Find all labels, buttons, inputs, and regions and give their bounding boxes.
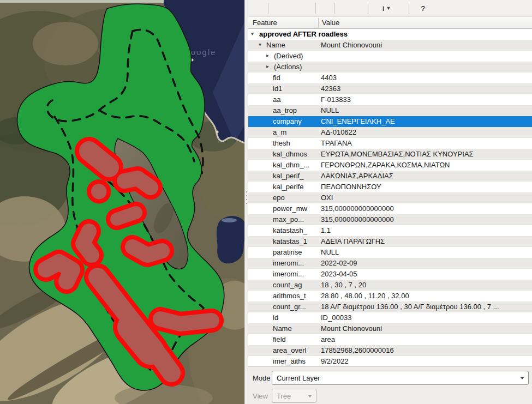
feature-label: id	[273, 313, 278, 322]
feature-value: 9/2/2022	[321, 357, 531, 365]
print-button[interactable]	[351, 2, 366, 15]
feature-label: count_ag	[273, 281, 302, 289]
view-select[interactable]: Tree	[272, 389, 316, 403]
tree-row[interactable]: imeromi... 2023-04-05	[248, 269, 532, 280]
copy-feature-button[interactable]	[337, 2, 351, 15]
toolbar-separator	[315, 3, 316, 14]
mode-value: Current Layer	[277, 374, 320, 382]
tree-row[interactable]: id ID_00033	[248, 312, 532, 323]
splitter-handle[interactable]	[246, 189, 248, 207]
tree-row[interactable]: ▸ (Derived)	[248, 51, 532, 62]
expand-new-results-button[interactable]	[299, 2, 313, 15]
chevron-down-icon	[520, 377, 524, 379]
feature-value: 1.1	[321, 226, 531, 234]
toolbar-separator	[334, 3, 335, 14]
feature-value: ΑΔ-010622	[321, 128, 531, 136]
expand-arrow[interactable]: ▸	[266, 63, 269, 69]
view-label: View	[253, 392, 272, 400]
feature-label: arithmos_t	[273, 292, 306, 300]
tree-row[interactable]: katastash_ 1.1	[248, 225, 532, 236]
feature-label: paratirise	[273, 248, 302, 256]
feature-value: 42363	[321, 85, 531, 93]
toolbar-separator	[268, 3, 268, 14]
tree-row[interactable]: field area	[248, 334, 532, 345]
tree-row[interactable]: count_gr... 18 Α/Γ διαμέτρου 136.00 , 30…	[248, 302, 532, 312]
feature-label: max_po...	[273, 215, 304, 224]
tree-row[interactable]: imeromi... 2022-02-09	[248, 258, 532, 269]
form-view-button[interactable]	[252, 2, 266, 15]
feature-label: kal_perif_	[273, 172, 303, 180]
feature-value: area	[321, 335, 531, 343]
feature-value: ΛΑΚΩΝΙΑΣ,ΑΡΚΑΔΙΑΣ	[321, 172, 531, 180]
tree-row[interactable]: katastas_1 ΑΔΕΙΑ ΠΑΡΑΓΩΓΗΣ	[248, 236, 532, 247]
feature-value: NULL	[321, 248, 531, 256]
tree-column-header: Feature Value	[248, 17, 532, 29]
tree-row[interactable]: kal_dhm_... ΓΕΡΟΝΘΡΩΝ,ΖΑΡΑΚΑ,ΚΟΣΜΑ,ΝΙΑΤΩ…	[248, 160, 532, 171]
help-button[interactable]: ?	[411, 2, 426, 15]
collapse-tree-button[interactable]	[285, 2, 299, 15]
tree-row[interactable]: kal_perif_ ΛΑΚΩΝΙΑΣ,ΑΡΚΑΔΙΑΣ	[248, 171, 532, 182]
column-divider[interactable]	[318, 18, 319, 28]
expand-tree-button[interactable]	[271, 2, 285, 15]
feature-value: ΕΥΡΩΤΑ,ΜΟΝΕΜΒΑΣΙΑΣ,ΝΟΤΙΑΣ ΚΥΝΟΥΡΙΑΣ	[321, 150, 531, 158]
tree-row[interactable]: count_ag 18 , 30 , 7 , 20	[248, 280, 532, 291]
feature-value: ΠΕΛΟΠΟΝΝΗΣΟΥ	[321, 183, 531, 191]
tree-row[interactable]: ▾ approved AFTER roadless	[248, 29, 532, 40]
qgis-identify-results-window: Google	[0, 0, 532, 404]
mode-select[interactable]: Current Layer	[272, 371, 529, 385]
view-value: Tree	[277, 392, 291, 400]
tree-row[interactable]: epo ΟΧΙ	[248, 192, 532, 203]
feature-label: (Actions)	[274, 63, 302, 71]
expand-arrow[interactable]: ▸	[266, 52, 269, 58]
feature-value: Γ-013833	[321, 95, 531, 104]
tree-row[interactable]: area_overl 17852968,2600000016	[248, 345, 532, 356]
tree-row[interactable]: kal_dhmos ΕΥΡΩΤΑ,ΜΟΝΕΜΒΑΣΙΑΣ,ΝΟΤΙΑΣ ΚΥΝΟ…	[248, 149, 532, 160]
feature-label: aa	[273, 95, 280, 104]
feature-label: kal_dhm_...	[273, 161, 309, 169]
settings-wrench-button[interactable]	[392, 2, 407, 15]
clear-results-button[interactable]	[318, 2, 332, 15]
identify-mode-button[interactable]: i	[370, 2, 385, 15]
tree-row[interactable]: paratirise NULL	[248, 247, 532, 258]
tree-row[interactable]: imer_aiths 9/2/2022	[248, 356, 532, 366]
tree-row[interactable]: ▾ Name Mount Chionovouni	[248, 40, 532, 51]
toolbar-separator	[409, 3, 409, 14]
tree-row[interactable]: company CNI_ΕΝΕΡΓΕΙΑΚΗ_ΑΕ	[248, 116, 532, 127]
feature-value: NULL	[321, 106, 531, 114]
tree-row[interactable]: Name Mount Chionovouni	[248, 323, 532, 334]
feature-value: Mount Chionovouni	[321, 41, 531, 49]
tree-row[interactable]: max_po... 315,000000000000000	[248, 214, 532, 225]
tree-row[interactable]: ▸ (Actions)	[248, 62, 532, 73]
tree-row[interactable]: fid 4403	[248, 73, 532, 83]
feature-label: katastas_1	[273, 237, 307, 245]
tree-row[interactable]: thesh ΤΡΑΓΑΝΑ	[248, 138, 532, 149]
chevron-down-icon	[308, 395, 312, 397]
feature-column-header: Feature	[253, 19, 277, 27]
feature-label: Name	[273, 324, 292, 333]
tree-row[interactable]: a_m ΑΔ-010622	[248, 127, 532, 138]
feature-value: Mount Chionovouni	[321, 324, 531, 333]
feature-label: power_mw	[273, 204, 307, 213]
feature-label: imer_aiths	[273, 357, 306, 365]
feature-value: 2022-02-09	[321, 259, 531, 267]
feature-value: ID_00033	[321, 313, 531, 322]
tree-row[interactable]: aa_trop NULL	[248, 105, 532, 116]
map-canvas[interactable]: Google	[0, 0, 244, 404]
mode-label: Mode	[253, 374, 272, 382]
tree-row[interactable]: power_mw 315,000000000000000	[248, 203, 532, 214]
chevron-down-icon: ▼	[386, 6, 391, 11]
expand-arrow[interactable]: ▾	[259, 41, 261, 47]
tree-row[interactable]: aa Γ-013833	[248, 94, 532, 105]
feature-value: 28.80 , 48.00 , 11.20 , 32.00	[321, 292, 531, 300]
identify-mode-dropdown[interactable]: ▼	[385, 2, 392, 15]
value-column-header: Value	[322, 19, 339, 27]
feature-value: 315,000000000000000	[321, 204, 531, 213]
expand-arrow[interactable]: ▾	[251, 31, 254, 37]
feature-value: ΟΧΙ	[321, 194, 531, 202]
tree-row[interactable]: id1 42363	[248, 83, 532, 94]
tree-row[interactable]: kal_perife ΠΕΛΟΠΟΝΝΗΣΟΥ	[248, 182, 532, 192]
feature-label: imeromi...	[273, 270, 304, 278]
identify-toolbar: i ▼ ?	[248, 0, 532, 17]
feature-value: 18 , 30 , 7 , 20	[321, 281, 531, 289]
tree-row[interactable]: arithmos_t 28.80 , 48.00 , 11.20 , 32.00	[248, 291, 532, 302]
